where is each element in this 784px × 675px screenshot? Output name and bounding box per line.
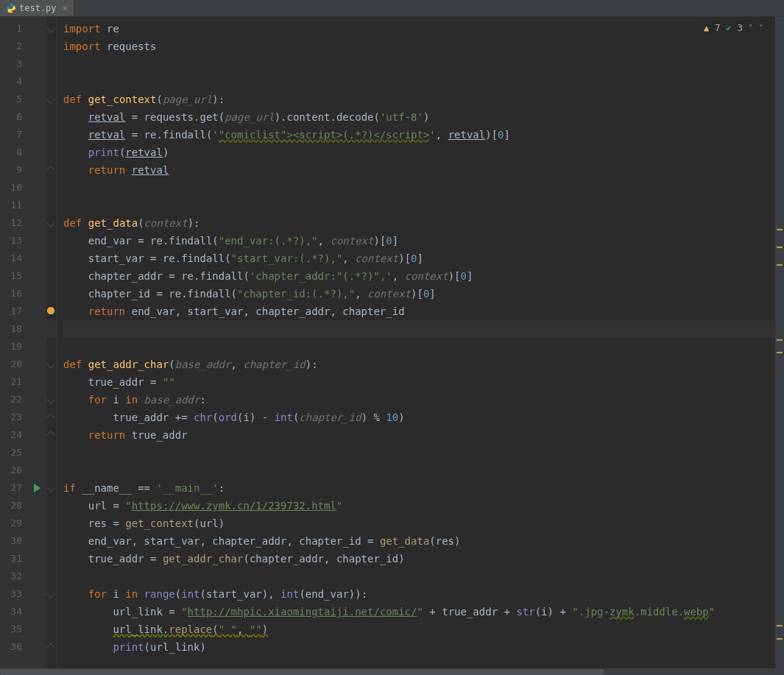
line-number[interactable]: 18	[0, 320, 31, 338]
code-line[interactable]: return retval	[63, 161, 784, 179]
line-number[interactable]: 4	[0, 73, 31, 91]
line-number[interactable]: 13	[0, 232, 31, 250]
code-line[interactable]	[63, 444, 784, 462]
code-line[interactable]: url_link.replace(" ", "")	[63, 621, 784, 638]
line-number[interactable]: 17	[0, 303, 31, 320]
line-number[interactable]: 22	[0, 391, 31, 409]
fold-close-icon[interactable]	[46, 431, 54, 439]
code-line[interactable]: retval = requests.get(page_url).content.…	[63, 108, 784, 126]
code-line[interactable]: import requests	[63, 38, 784, 55]
warning-marker[interactable]	[777, 229, 783, 230]
inspections-widget[interactable]: ▲ 7 ✔ 3 ˄ ˅	[699, 21, 768, 35]
fold-open-icon[interactable]	[46, 484, 54, 492]
code-line[interactable]: print(url_link)	[63, 638, 784, 656]
code-line[interactable]: def get_context(page_url):	[63, 91, 784, 108]
line-number[interactable]: 36	[0, 638, 31, 656]
line-number[interactable]: 20	[0, 356, 31, 373]
line-number[interactable]: 16	[0, 285, 31, 303]
code-line[interactable]: def get_addr_char(base_addr, chapter_id)…	[63, 356, 784, 373]
fold-open-icon[interactable]	[46, 219, 54, 227]
line-number[interactable]: 8	[0, 144, 31, 161]
intention-bulb-icon[interactable]	[47, 307, 54, 314]
line-number[interactable]: 23	[0, 409, 31, 426]
warning-marker[interactable]	[777, 638, 783, 640]
line-number[interactable]: 2	[0, 38, 31, 55]
code-line[interactable]	[63, 197, 784, 214]
line-number[interactable]: 30	[0, 532, 31, 550]
line-number[interactable]: 24	[0, 426, 31, 444]
line-number[interactable]: 12	[0, 214, 31, 232]
line-number[interactable]: 3	[0, 55, 31, 73]
line-number[interactable]: 6	[0, 108, 31, 126]
code-line[interactable]	[63, 179, 784, 197]
fold-open-icon[interactable]	[46, 395, 54, 403]
line-number[interactable]: 7	[0, 126, 31, 144]
code-area[interactable]: import reimport requestsdef get_context(…	[57, 17, 784, 668]
line-number[interactable]: 1	[0, 20, 31, 38]
code-line[interactable]: url = "https://www.zymk.cn/1/239732.html…	[63, 497, 784, 515]
line-number[interactable]: 35	[0, 621, 31, 638]
line-number[interactable]: 15	[0, 267, 31, 285]
line-number[interactable]: 31	[0, 550, 31, 568]
code-line[interactable]: import re	[63, 20, 784, 38]
chevron-up-icon[interactable]: ˄	[749, 24, 753, 33]
code-line[interactable]: true_addr += chr(ord(i) - int(chapter_id…	[63, 409, 784, 426]
code-line[interactable]: res = get_context(url)	[63, 515, 784, 532]
editor-tab[interactable]: test.py ×	[0, 0, 74, 16]
warning-marker[interactable]	[777, 339, 783, 341]
line-number-gutter[interactable]: 1234567891011121314151617181920212223242…	[0, 17, 32, 668]
line-number[interactable]: 5	[0, 91, 31, 108]
error-stripe[interactable]	[775, 17, 784, 668]
code-line[interactable]: for i in range(int(start_var), int(end_v…	[63, 585, 784, 603]
fold-open-icon[interactable]	[46, 360, 54, 368]
code-line[interactable]: true_addr = ""	[63, 373, 784, 391]
code-line[interactable]: start_var = re.findall("start_var:(.*?),…	[63, 250, 784, 267]
fold-close-icon[interactable]	[46, 166, 54, 174]
code-line[interactable]: chapter_addr = re.findall('chapter_addr:…	[63, 267, 784, 285]
code-line[interactable]	[63, 55, 784, 73]
fold-gutter[interactable]	[46, 17, 57, 668]
code-line[interactable]: for i in base_addr:	[63, 391, 784, 409]
code-line[interactable]: retval = re.findall('"comiclist"><script…	[63, 126, 784, 144]
line-number[interactable]: 21	[0, 373, 31, 391]
fold-open-icon[interactable]	[46, 95, 54, 103]
line-number[interactable]: 10	[0, 179, 31, 197]
code-line[interactable]: end_var = re.findall("end_var:(.*?),", c…	[63, 232, 784, 250]
code-line[interactable]: def get_data(context):	[63, 214, 784, 232]
line-number[interactable]: 25	[0, 444, 31, 462]
warning-marker[interactable]	[777, 247, 783, 248]
fold-open-icon[interactable]	[46, 590, 54, 598]
line-number[interactable]: 29	[0, 515, 31, 532]
code-line[interactable]: return end_var, start_var, chapter_addr,…	[63, 303, 784, 320]
code-line[interactable]: true_addr = get_addr_char(chapter_addr, …	[63, 550, 784, 568]
code-line[interactable]	[63, 338, 784, 356]
warning-marker[interactable]	[777, 625, 783, 626]
line-number[interactable]: 11	[0, 197, 31, 214]
run-icon[interactable]	[34, 484, 40, 492]
code-line[interactable]: end_var, start_var, chapter_addr, chapte…	[63, 532, 784, 550]
warning-marker[interactable]	[777, 352, 783, 353]
close-tab-icon[interactable]: ×	[63, 3, 68, 13]
code-line[interactable]: if __name__ == '__main__':	[63, 479, 784, 497]
code-line[interactable]	[63, 73, 784, 91]
line-number[interactable]: 19	[0, 338, 31, 356]
code-line[interactable]	[63, 568, 784, 585]
fold-close-icon[interactable]	[46, 643, 54, 651]
line-number[interactable]: 28	[0, 497, 31, 515]
chevron-down-icon[interactable]: ˅	[759, 24, 763, 33]
fold-open-icon[interactable]	[46, 24, 54, 32]
scrollbar-thumb[interactable]	[0, 669, 604, 675]
line-number[interactable]: 26	[0, 462, 31, 479]
code-line[interactable]: return true_addr	[63, 426, 784, 444]
horizontal-scrollbar[interactable]	[0, 668, 784, 675]
line-number[interactable]: 34	[0, 603, 31, 621]
line-number[interactable]: 33	[0, 585, 31, 603]
line-number[interactable]: 14	[0, 250, 31, 267]
line-number[interactable]: 9	[0, 161, 31, 179]
run-gutter[interactable]	[32, 17, 46, 668]
code-line[interactable]	[63, 320, 784, 338]
code-line[interactable]: print(retval)	[63, 144, 784, 161]
warning-marker[interactable]	[777, 264, 783, 266]
line-number[interactable]: 27	[0, 479, 31, 497]
code-line[interactable]: chapter_id = re.findall("chapter_id:(.*?…	[63, 285, 784, 303]
